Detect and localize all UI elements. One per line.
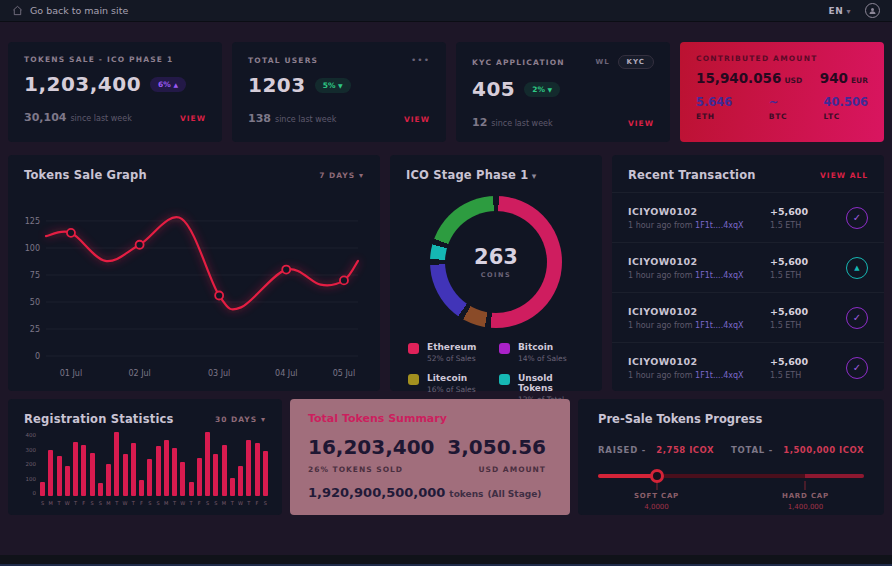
transaction-eth: 1.5 ETH xyxy=(770,371,832,380)
bar xyxy=(65,466,70,496)
slider-knob[interactable] xyxy=(650,469,664,483)
svg-text:02 Jul: 02 Jul xyxy=(128,369,150,378)
usd-amount-label: USD AMOUNT xyxy=(447,465,546,474)
trend-badge: 6% ▲ xyxy=(150,77,186,92)
range-dropdown[interactable]: 30 DAYS xyxy=(215,415,266,424)
transaction-amount: +5,600 xyxy=(770,306,832,317)
home-icon xyxy=(12,5,23,16)
contributed-usd: 15,940.056USD xyxy=(696,70,802,86)
bar xyxy=(139,480,144,496)
raised-value: 2,758 ICOX xyxy=(656,445,714,455)
topbar: Go back to main site EN xyxy=(0,0,892,22)
card-value: 1203 xyxy=(248,73,306,97)
bar xyxy=(172,448,177,496)
user-avatar[interactable] xyxy=(865,3,880,18)
card-title: KYC APPLICATION xyxy=(472,58,565,67)
soft-cap-marker: SOFT CAP 4,0000 xyxy=(634,492,679,511)
view-button[interactable]: VIEW xyxy=(404,115,430,124)
total-tokens-line: 1,920,900,500,000tokens(All Stage) xyxy=(308,485,552,500)
more-menu-icon[interactable]: ••• xyxy=(411,55,430,65)
transaction-row[interactable]: ICIYOW0102 1 hour ago from 1F1t....4xqX … xyxy=(612,342,884,392)
kyc-toggle-button[interactable]: KYC xyxy=(618,55,654,69)
view-all-button[interactable]: VIEW ALL xyxy=(820,171,868,180)
arrow-up-icon: ▲ xyxy=(173,81,178,88)
bar xyxy=(123,454,128,496)
bar xyxy=(180,462,185,496)
user-icon xyxy=(868,6,877,15)
card-value: 405 xyxy=(472,77,515,101)
view-button[interactable]: VIEW xyxy=(180,114,206,123)
raised-label: RAISED - xyxy=(598,445,646,455)
registration-statistics-panel: Registration Statistics 30 DAYS 40030020… xyxy=(8,399,282,515)
legend-swatch xyxy=(499,374,510,385)
card-title: CONTRIBUTED AMOUNT xyxy=(696,54,868,63)
svg-text:0: 0 xyxy=(35,352,40,361)
recent-transactions-panel: Recent Transaction VIEW ALL ICIYOW0102 1… xyxy=(612,155,884,391)
slider-fill xyxy=(598,474,657,478)
bar xyxy=(222,445,227,496)
svg-text:01 Jul: 01 Jul xyxy=(60,369,82,378)
range-dropdown[interactable]: 7 DAYS xyxy=(319,171,364,180)
transaction-meta: 1 hour ago from 1F1t....4xqX xyxy=(628,221,770,230)
bar xyxy=(189,482,194,496)
legend-swatch xyxy=(499,343,510,354)
card-total-users: TOTAL USERS ••• 1203 5% ▼ 138since last … xyxy=(232,42,446,142)
bar xyxy=(246,440,251,496)
panel-title: Pre-Sale Tokens Progress xyxy=(598,412,864,426)
transaction-amount: +5,600 xyxy=(770,206,832,217)
tokens-sold-value: 16,203,400 xyxy=(308,435,435,459)
svg-text:50: 50 xyxy=(30,298,40,307)
transaction-eth: 1.5 ETH xyxy=(770,271,832,280)
language-dropdown[interactable]: EN xyxy=(829,6,852,16)
svg-text:75: 75 xyxy=(30,271,40,280)
slider-hardcap-segment xyxy=(805,474,864,478)
view-button[interactable]: VIEW xyxy=(628,119,654,128)
svg-text:125: 125 xyxy=(25,217,40,226)
ico-stage-panel: ICO Stage Phase 1 263 COINS Ethereum52% … xyxy=(390,155,602,391)
card-delta: 138since last week xyxy=(248,112,336,125)
card-title: TOKENS SALE - ICO PHASE 1 xyxy=(24,55,206,64)
svg-text:25: 25 xyxy=(30,325,40,334)
contributed-eur: 940EUR xyxy=(820,70,868,86)
card-delta: 30,104since last week xyxy=(24,111,132,124)
transaction-address[interactable]: 1F1t....4xqX xyxy=(695,271,743,280)
transaction-amount: +5,600 xyxy=(770,356,832,367)
transaction-row[interactable]: ICIYOW0102 1 hour ago from 1F1t....4xqX … xyxy=(612,242,884,292)
transaction-eth: 1.5 ETH xyxy=(770,221,832,230)
wl-toggle-button[interactable]: WL xyxy=(595,58,609,66)
tokens-sale-line-chart: 025507510012501 Jul02 Jul03 Jul04 Jul05 … xyxy=(16,192,372,384)
bar xyxy=(73,442,78,496)
transaction-meta: 1 hour ago from 1F1t....4xqX xyxy=(628,271,770,280)
bar xyxy=(238,466,243,496)
svg-text:100: 100 xyxy=(25,244,40,253)
back-to-main-site-link[interactable]: Go back to main site xyxy=(12,5,128,16)
tokens-sale-graph-panel: Tokens Sale Graph 7 DAYS 025507510012501… xyxy=(8,155,380,391)
legend-swatch xyxy=(408,374,419,385)
transaction-address[interactable]: 1F1t....4xqX xyxy=(695,371,743,380)
bar xyxy=(213,454,218,496)
card-kyc-application: KYC APPLICATION WL KYC 405 2% ▼ 12since … xyxy=(456,42,670,142)
panel-title: Registration Statistics xyxy=(24,412,174,426)
card-title: TOTAL USERS xyxy=(248,56,318,65)
ico-stage-dropdown[interactable]: ICO Stage Phase 1 xyxy=(406,168,537,182)
transaction-status-arrow-up-icon: ▲ xyxy=(846,257,868,279)
bar xyxy=(197,458,202,496)
bar xyxy=(263,451,268,496)
transaction-row[interactable]: ICIYOW0102 1 hour ago from 1F1t....4xqX … xyxy=(612,192,884,242)
bar xyxy=(114,432,119,496)
total-value: 1,500,000 ICOX xyxy=(783,445,864,455)
donut-center-label: COINS xyxy=(481,271,511,279)
transaction-row[interactable]: ICIYOW0102 1 hour ago from 1F1t....4xqX … xyxy=(612,292,884,342)
presale-progress-slider xyxy=(598,469,864,483)
total-tokens-summary-panel: Total Tokens Summary 16,203,400 26% TOKE… xyxy=(290,399,570,515)
total-label: TOTAL - xyxy=(731,445,773,455)
transaction-address[interactable]: 1F1t....4xqX xyxy=(695,321,743,330)
transaction-address[interactable]: 1F1t....4xqX xyxy=(695,221,743,230)
bar xyxy=(48,450,53,496)
card-tokens-sale: TOKENS SALE - ICO PHASE 1 1,203,400 6% ▲… xyxy=(8,42,222,142)
contributed-eth: 5.646ETH xyxy=(696,95,732,121)
svg-text:04 Jul: 04 Jul xyxy=(275,369,297,378)
hard-cap-marker: HARD CAP 1,400,000 xyxy=(782,492,829,511)
transaction-id: ICIYOW0102 xyxy=(628,206,770,217)
transaction-status-check-icon: ✓ xyxy=(846,207,868,229)
